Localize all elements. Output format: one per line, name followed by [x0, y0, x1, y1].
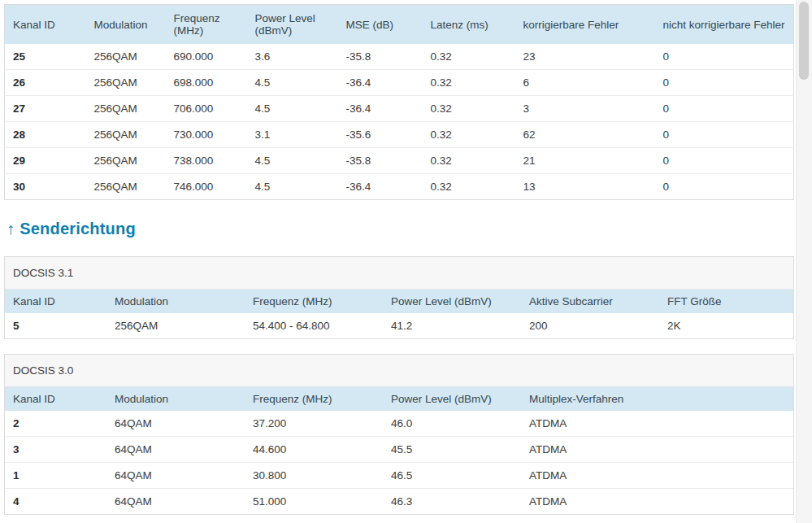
cell-modulation: 256QAM [86, 70, 166, 96]
table-row: 25 256QAM 690.000 3.6 -35.8 0.32 23 0 [5, 44, 794, 70]
table-row: 29 256QAM 738.000 4.5 -35.8 0.32 21 0 [5, 148, 794, 174]
cell-kanal-id: 1 [5, 463, 106, 489]
table-row: 1 64QAM 30.800 46.5 ATDMA [5, 463, 793, 489]
docsis31-section: DOCSIS 3.1 Kanal ID Modulation Frequenz … [4, 256, 794, 339]
column-header-modulation: Modulation [86, 5, 166, 45]
cell-frequenz: 706.000 [166, 96, 247, 122]
cell-power-level: 46.5 [383, 463, 521, 489]
upstream-section-heading: ↑Senderichtung [7, 220, 794, 238]
table-row: 27 256QAM 706.000 4.5 -36.4 0.32 3 0 [5, 96, 794, 122]
column-header-kanal-id: Kanal ID [5, 5, 86, 45]
cell-kanal-id: 2 [5, 411, 106, 437]
cell-multiplex: ATDMA [521, 411, 793, 437]
cell-power-level: 45.5 [383, 437, 521, 463]
cell-power-level: 41.2 [383, 313, 521, 338]
cell-multiplex: ATDMA [521, 463, 793, 489]
cell-frequenz: 44.600 [245, 437, 383, 463]
scrollbar-thumb[interactable] [799, 2, 809, 80]
table-row: 30 256QAM 746.000 4.5 -36.4 0.32 13 0 [5, 174, 794, 200]
cell-frequenz: 698.000 [166, 70, 247, 96]
cell-modulation: 256QAM [86, 174, 166, 200]
cell-frequenz: 30.800 [245, 463, 383, 489]
cell-modulation: 256QAM [106, 313, 245, 338]
cell-kanal-id: 25 [5, 44, 86, 70]
vertical-scrollbar[interactable] [796, 0, 812, 523]
up-arrow-icon: ↑ [7, 220, 15, 238]
cell-nicht-korrigierbare-fehler: 0 [655, 148, 794, 174]
cell-korrigierbare-fehler: 21 [515, 148, 655, 174]
docsis30-table: Kanal ID Modulation Frequenz (MHz) Power… [5, 387, 793, 514]
cell-frequenz: 690.000 [166, 44, 247, 70]
cell-mse: -36.4 [338, 70, 423, 96]
column-header-aktive-subcarrier: Aktive Subcarrier [521, 290, 659, 313]
cell-fft-groesse: 2K [659, 313, 793, 338]
cell-korrigierbare-fehler: 6 [515, 70, 655, 96]
downstream-header-row: Kanal ID Modulation Frequenz (MHz) Power… [5, 5, 794, 45]
cell-kanal-id: 4 [5, 489, 106, 515]
column-header-modulation: Modulation [106, 290, 245, 313]
column-header-frequenz: Frequenz (MHz) [166, 5, 247, 45]
cell-latenz: 0.32 [423, 148, 515, 174]
cell-latenz: 0.32 [423, 70, 515, 96]
cell-power-level: 4.5 [247, 174, 338, 200]
cell-kanal-id: 5 [5, 313, 106, 338]
cell-nicht-korrigierbare-fehler: 0 [655, 70, 794, 96]
cell-power-level: 3.6 [247, 44, 338, 70]
cell-multiplex: ATDMA [521, 437, 793, 463]
docsis30-section: DOCSIS 3.0 Kanal ID Modulation Frequenz … [4, 354, 794, 515]
cell-latenz: 0.32 [423, 96, 515, 122]
cell-korrigierbare-fehler: 13 [515, 174, 655, 200]
cell-korrigierbare-fehler: 3 [515, 96, 655, 122]
cell-mse: -36.4 [338, 96, 423, 122]
table-row: 5 256QAM 54.400 - 64.800 41.2 200 2K [5, 313, 793, 338]
cell-frequenz: 730.000 [166, 122, 247, 148]
column-header-kanal-id: Kanal ID [5, 290, 106, 313]
column-header-frequenz: Frequenz (MHz) [245, 290, 383, 313]
column-header-power-level: Power Level (dBmV) [383, 387, 521, 411]
cell-modulation: 256QAM [86, 122, 166, 148]
column-header-korrigierbare-fehler: korrigierbare Fehler [515, 5, 655, 45]
cell-kanal-id: 27 [5, 96, 86, 122]
cell-frequenz: 51.000 [245, 489, 383, 515]
table-row: 26 256QAM 698.000 4.5 -36.4 0.32 6 0 [5, 70, 794, 96]
column-header-fft-groesse: FFT Größe [659, 290, 793, 313]
column-header-multiplex-verfahren: Multiplex-Verfahren [521, 387, 793, 411]
cell-frequenz: 746.000 [166, 174, 247, 200]
cell-latenz: 0.32 [423, 44, 515, 70]
cell-mse: -36.4 [338, 174, 423, 200]
cell-modulation: 64QAM [106, 489, 245, 515]
cell-kanal-id: 26 [5, 70, 86, 96]
cell-nicht-korrigierbare-fehler: 0 [655, 122, 794, 148]
downstream-channel-table: Kanal ID Modulation Frequenz (MHz) Power… [4, 4, 794, 200]
cell-mse: -35.8 [338, 44, 423, 70]
cell-power-level: 3.1 [247, 122, 338, 148]
upstream-heading-label: Senderichtung [20, 220, 136, 238]
cell-power-level: 46.0 [383, 411, 521, 437]
cell-frequenz: 54.400 - 64.800 [245, 313, 383, 338]
column-header-nicht-korrigierbare-fehler: nicht korrigierbare Fehler [655, 5, 794, 45]
column-header-mse: MSE (dB) [338, 5, 423, 45]
cell-power-level: 4.5 [247, 70, 338, 96]
channel-status-page: Kanal ID Modulation Frequenz (MHz) Power… [4, 4, 794, 523]
cell-nicht-korrigierbare-fehler: 0 [655, 96, 794, 122]
docsis31-table: Kanal ID Modulation Frequenz (MHz) Power… [5, 290, 793, 338]
cell-kanal-id: 28 [5, 122, 86, 148]
cell-power-level: 4.5 [247, 96, 338, 122]
column-header-modulation: Modulation [106, 387, 245, 411]
cell-latenz: 0.32 [423, 122, 515, 148]
docsis31-header-row: Kanal ID Modulation Frequenz (MHz) Power… [5, 290, 793, 313]
cell-korrigierbare-fehler: 62 [515, 122, 655, 148]
cell-kanal-id: 29 [5, 148, 86, 174]
column-header-latenz: Latenz (ms) [423, 5, 515, 45]
cell-latenz: 0.32 [423, 174, 515, 200]
table-row: 2 64QAM 37.200 46.0 ATDMA [5, 411, 793, 437]
cell-power-level: 46.3 [383, 489, 521, 515]
cell-frequenz: 37.200 [245, 411, 383, 437]
cell-mse: -35.6 [338, 122, 423, 148]
cell-modulation: 64QAM [106, 463, 245, 489]
column-header-kanal-id: Kanal ID [5, 387, 106, 411]
cell-modulation: 64QAM [106, 411, 245, 437]
cell-nicht-korrigierbare-fehler: 0 [655, 44, 794, 70]
column-header-power-level: Power Level (dBmV) [247, 5, 338, 45]
cell-kanal-id: 30 [5, 174, 86, 200]
